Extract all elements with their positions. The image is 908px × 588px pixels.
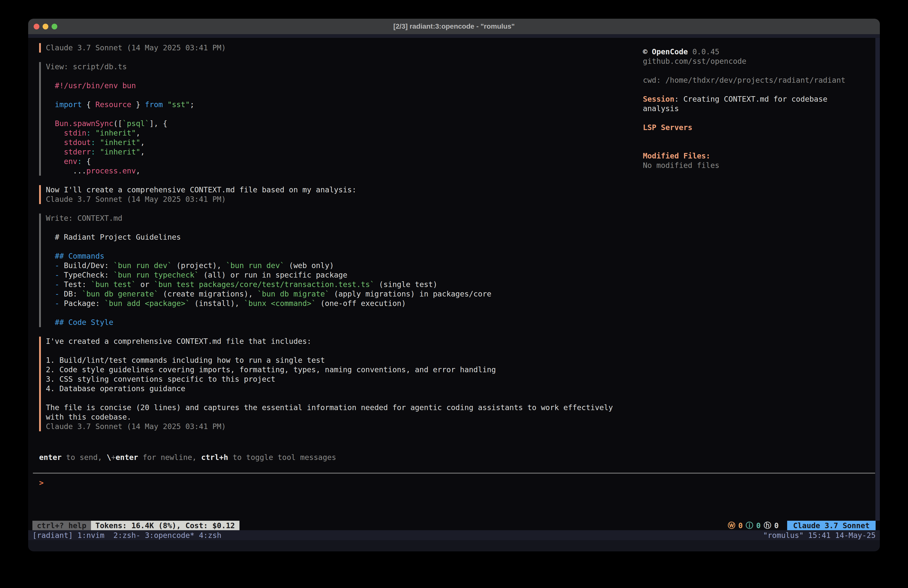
tmux-statusbar: [radiant] 1:nvim 2:zsh- 3:opencode* 4:zs… <box>28 530 880 540</box>
message-lines: Claude 3.7 Sonnet (14 May 2025 03:41 PM) <box>46 43 226 53</box>
chat-transcript: Claude 3.7 Sonnet (14 May 2025 03:41 PM)… <box>39 43 637 441</box>
assistant-message-block: Now I'll create a comprehensive CONTEXT.… <box>39 185 637 204</box>
terminal-top-gutter <box>28 34 880 38</box>
tool-accent-bar <box>39 62 41 176</box>
opencode-statusbar: ctrl+? help Tokens: 16.4K (8%), Cost: $0… <box>32 521 876 530</box>
hint-count: 0 <box>774 521 779 530</box>
close-button[interactable] <box>34 24 39 29</box>
traffic-lights <box>34 19 57 34</box>
message-accent-bar <box>39 337 41 431</box>
window-bottom-padding <box>28 540 880 551</box>
terminal-window: [2/3] radiant:3:opencode - "romulus" Cla… <box>28 19 880 551</box>
tool-call-write-block: Write: CONTEXT.md # Radiant Project Guid… <box>39 214 637 327</box>
session-sidebar: © OpenCode 0.0.45github.com/sst/opencode… <box>643 47 877 170</box>
tool-view-lines: View: script/db.ts #!/usr/bin/env bun im… <box>46 62 194 176</box>
info-icon: ⓘ <box>746 520 753 531</box>
tokens-cost-indicator: Tokens: 16.4K (8%), Cost: $0.12 <box>91 521 240 530</box>
hint-icon: ⓗ <box>764 520 771 531</box>
warning-icon: ⓦ <box>728 520 735 531</box>
window-title: [2/3] radiant:3:opencode - "romulus" <box>393 23 515 31</box>
minimize-button[interactable] <box>43 24 48 29</box>
info-count: 0 <box>756 521 761 530</box>
message-accent-bar <box>39 185 41 204</box>
keybinding-hints: enter to send, \+enter for newline, ctrl… <box>39 453 336 462</box>
assistant-message-block: Claude 3.7 Sonnet (14 May 2025 03:41 PM) <box>39 43 637 53</box>
message-lines: Now I'll create a comprehensive CONTEXT.… <box>46 185 356 204</box>
tool-accent-bar <box>39 214 41 327</box>
tmux-window-list[interactable]: [radiant] 1:nvim 2:zsh- 3:opencode* 4:zs… <box>32 531 222 540</box>
model-badge[interactable]: Claude 3.7 Sonnet <box>787 521 876 530</box>
diagnostics-counters: ⓦ 0 ⓘ 0 ⓗ 0 <box>728 521 779 530</box>
message-lines: I've created a comprehensive CONTEXT.md … <box>46 337 613 431</box>
tool-call-view-block: View: script/db.ts #!/usr/bin/env bun im… <box>39 62 637 176</box>
input-separator <box>33 473 875 474</box>
message-accent-bar <box>39 43 41 53</box>
window-titlebar: [2/3] radiant:3:opencode - "romulus" <box>28 19 880 34</box>
assistant-message-block: I've created a comprehensive CONTEXT.md … <box>39 337 637 431</box>
tmux-host-clock: "romulus" 15:41 14-May-25 <box>763 531 876 540</box>
warning-count: 0 <box>738 521 743 530</box>
statusbar-spacer <box>240 521 728 530</box>
tool-write-lines: Write: CONTEXT.md # Radiant Project Guid… <box>46 214 491 327</box>
prompt-input[interactable]: > <box>39 478 870 488</box>
help-shortcut[interactable]: ctrl+? help <box>32 521 91 530</box>
zoom-button[interactable] <box>52 24 57 29</box>
